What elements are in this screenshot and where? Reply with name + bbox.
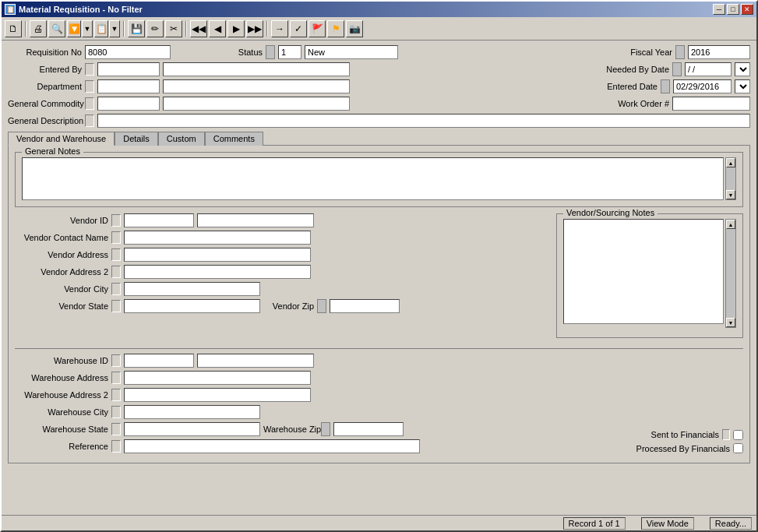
nav-next-button[interactable]: ▶ (227, 20, 245, 37)
flag-yellow-button[interactable]: ⚑ (327, 20, 344, 37)
scroll-down-btn[interactable]: ▼ (726, 190, 735, 199)
view-arrow[interactable]: ▼ (109, 20, 120, 37)
status-text-input[interactable] (305, 45, 398, 59)
print-button[interactable]: 🖨 (30, 20, 47, 37)
save-button[interactable]: 💾 (128, 20, 145, 37)
minimize-button[interactable]: ─ (713, 4, 725, 15)
jump-button[interactable]: → (271, 20, 288, 37)
vendor-address-input[interactable] (124, 248, 311, 262)
gen-commodity-icon[interactable] (85, 97, 94, 110)
view-dropdown[interactable]: 📋 ▼ (94, 20, 120, 37)
needed-by-input[interactable] (685, 62, 732, 76)
camera-button[interactable]: 📷 (346, 20, 363, 37)
delete-button[interactable]: ✂ (165, 20, 182, 37)
vendor-contact-icon[interactable] (111, 231, 121, 244)
nav-first-button[interactable]: ◀◀ (190, 20, 207, 37)
warehouse-address-icon[interactable] (111, 372, 121, 384)
warehouse-address-input[interactable] (124, 371, 311, 385)
warehouse-id-icon[interactable] (111, 354, 121, 367)
vendor-sourcing-notes-input[interactable] (563, 219, 724, 324)
warehouse-state-input[interactable] (124, 422, 260, 436)
warehouse-address2-icon[interactable] (111, 389, 121, 401)
fiscal-year-label: Fiscal Year (614, 48, 672, 57)
find-button[interactable]: 🔍 (48, 20, 65, 37)
vendor-address-icon[interactable] (111, 248, 121, 261)
vendor-contact-row: Vendor Contact Name (15, 231, 550, 245)
tab-comments[interactable]: Comments (205, 132, 263, 146)
warehouse-city-icon[interactable] (111, 406, 121, 418)
gen-desc-input[interactable] (97, 114, 750, 128)
scroll-up-btn[interactable]: ▲ (726, 158, 735, 167)
general-notes-input[interactable] (22, 157, 724, 200)
vendor-id-icon[interactable] (111, 214, 121, 227)
vendor-address2-input[interactable] (124, 265, 311, 279)
tab-details[interactable]: Details (115, 132, 158, 146)
needed-by-dropdown[interactable]: ▼ (735, 62, 750, 76)
vendor-id-input[interactable] (124, 213, 194, 227)
work-order-input[interactable] (672, 97, 750, 111)
entered-by-input[interactable] (97, 62, 160, 76)
vendor-zip-input[interactable] (330, 299, 400, 313)
nav-prev-button[interactable]: ◀ (209, 20, 226, 37)
vendor-contact-input[interactable] (124, 231, 311, 245)
warehouse-id-name-input[interactable] (197, 354, 314, 368)
vendor-address2-icon[interactable] (111, 266, 121, 278)
warehouse-state-icon[interactable] (111, 423, 121, 435)
processed-by-financials-label: Processed By Financials (636, 444, 730, 453)
warehouse-address2-input[interactable] (124, 388, 311, 402)
vendor-city-input[interactable] (124, 282, 260, 296)
sent-to-financials-checkbox[interactable] (733, 430, 743, 440)
maximize-button[interactable]: □ (727, 4, 739, 15)
fiscal-year-input[interactable] (688, 45, 750, 59)
filter-arrow[interactable]: ▼ (82, 20, 93, 37)
processed-by-financials-checkbox[interactable] (733, 443, 743, 453)
gen-commodity-name-input[interactable] (163, 97, 350, 111)
filter-dropdown[interactable]: 🔽 ▼ (67, 20, 93, 37)
sent-to-financials-icon (722, 429, 730, 440)
header-row-3: Department Entered Date ▼ (8, 79, 750, 93)
department-icon[interactable] (85, 80, 94, 93)
gen-desc-icon[interactable] (85, 115, 94, 127)
warehouse-city-input[interactable] (124, 405, 260, 419)
view-button[interactable]: 📋 (94, 20, 108, 37)
vendor-id-name-input[interactable] (197, 213, 314, 227)
vendor-notes-scrollbar[interactable]: ▲ ▼ (725, 219, 736, 328)
status-indicator (266, 45, 275, 59)
department-name-input[interactable] (163, 79, 350, 93)
warehouse-address2-label: Warehouse Address 2 (15, 390, 108, 400)
status-bar: Record 1 of 1 View Mode Ready... (2, 515, 756, 530)
entered-by-label: Entered By (8, 65, 82, 74)
vendor-scroll-up-btn[interactable]: ▲ (726, 220, 735, 229)
warehouse-city-row: Warehouse City (15, 405, 581, 419)
entered-by-name-input[interactable] (163, 62, 350, 76)
department-input[interactable] (97, 79, 160, 93)
warehouse-zip-input[interactable] (333, 422, 404, 436)
tabs-container: Vendor and Warehouse Details Custom Comm… (8, 131, 750, 463)
flag-red-button[interactable]: 🚩 (308, 20, 326, 37)
vendor-state-input[interactable] (124, 299, 260, 313)
req-no-input[interactable] (85, 45, 171, 59)
separator-4 (266, 21, 268, 37)
tab-custom[interactable]: Custom (158, 132, 205, 146)
close-button[interactable]: ✕ (741, 4, 753, 15)
vendor-id-row: Vendor ID (15, 213, 550, 227)
warehouse-reference-icon[interactable] (111, 440, 121, 453)
nav-last-button[interactable]: ▶▶ (246, 20, 263, 37)
vendor-state-icon[interactable] (111, 300, 121, 312)
edit-button[interactable]: ✏ (146, 20, 164, 37)
needed-by-indicator (672, 62, 682, 76)
vendor-scroll-down-btn[interactable]: ▼ (726, 318, 735, 327)
check-button[interactable]: ✓ (290, 20, 307, 37)
filter-button[interactable]: 🔽 (67, 20, 81, 37)
vendor-city-icon[interactable] (111, 283, 121, 295)
entered-date-input[interactable] (673, 79, 732, 93)
status-num-input[interactable] (278, 45, 301, 59)
gen-commodity-input[interactable] (97, 97, 160, 111)
entered-date-dropdown[interactable]: ▼ (735, 79, 750, 93)
general-notes-scrollbar[interactable]: ▲ ▼ (725, 157, 736, 200)
tab-vendor-warehouse[interactable]: Vendor and Warehouse (8, 132, 115, 146)
entered-by-icon[interactable] (85, 63, 94, 76)
warehouse-reference-input[interactable] (124, 439, 420, 453)
warehouse-id-input[interactable] (124, 354, 194, 368)
new-button[interactable]: 🗋 (5, 20, 22, 37)
